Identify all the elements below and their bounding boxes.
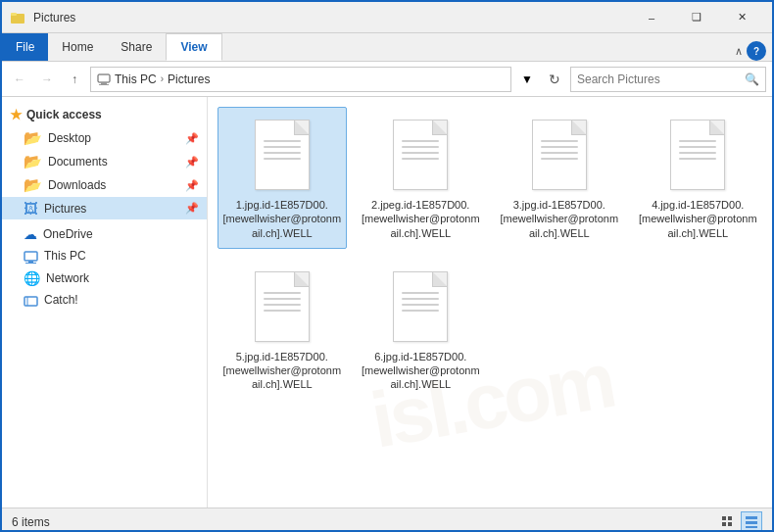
maximize-button[interactable]: ❑ <box>674 2 719 33</box>
file-item[interactable]: 6.jpg.id-1E857D00.[mewellwisher@protonma… <box>357 259 486 401</box>
file-line <box>679 140 716 142</box>
file-name: 3.jpg.id-1E857D00.[mewellwisher@protonma… <box>500 198 619 240</box>
sidebar-thispc-label: This PC <box>44 249 86 263</box>
pin-icon: 📌 <box>185 132 199 145</box>
sidebar-downloads-label: Downloads <box>48 178 106 192</box>
file-icon-wrapper <box>389 116 452 194</box>
file-name: 2.jpeg.id-1E857D00.[mewellwisher@protonm… <box>362 198 481 240</box>
file-icon-wrapper <box>389 267 452 346</box>
window-title: Pictures <box>33 11 629 24</box>
file-line <box>541 146 578 148</box>
svg-rect-3 <box>101 82 107 84</box>
file-item[interactable]: 5.jpg.id-1E857D00.[mewellwisher@protonma… <box>218 259 347 401</box>
file-name: 4.jpg.id-1E857D00.[mewellwisher@protonma… <box>639 198 758 240</box>
sidebar-quick-access[interactable]: ★ Quick access <box>2 103 207 126</box>
file-line <box>679 146 716 148</box>
back-button[interactable]: ← <box>8 68 31 91</box>
sidebar-item-thispc[interactable]: This PC <box>2 245 207 267</box>
refresh-button[interactable]: ↻ <box>543 68 566 91</box>
up-button[interactable]: ↑ <box>63 68 86 91</box>
tab-view[interactable]: View <box>166 33 221 61</box>
sidebar-item-catch[interactable]: Catch! <box>2 289 207 312</box>
item-count: 6 items <box>12 515 50 529</box>
sidebar: ★ Quick access 📂 Desktop 📌 📂 Documents 📌… <box>2 97 208 508</box>
tab-home[interactable]: Home <box>48 33 107 61</box>
file-line <box>264 310 301 312</box>
tab-file[interactable]: File <box>2 33 48 61</box>
svg-rect-11 <box>728 516 732 520</box>
list-view-button[interactable] <box>717 511 739 533</box>
file-item[interactable]: 1.jpg.id-1E857D00.[mewellwisher@protonma… <box>218 107 347 249</box>
file-line <box>264 152 301 154</box>
svg-rect-14 <box>746 516 757 519</box>
path-chevron-1: › <box>161 73 164 84</box>
file-line <box>264 304 301 306</box>
forward-button[interactable]: → <box>35 68 59 91</box>
sidebar-item-network[interactable]: 🌐 Network <box>2 267 207 289</box>
search-box[interactable]: 🔍 <box>570 67 766 92</box>
file-line <box>264 140 301 142</box>
file-line <box>541 140 578 142</box>
svg-rect-12 <box>722 522 726 526</box>
quick-access-label: Quick access <box>26 108 102 121</box>
file-lines <box>264 292 301 315</box>
path-pictures[interactable]: Pictures <box>168 73 210 86</box>
sidebar-item-pictures[interactable]: 🖼 Pictures 📌 <box>2 197 207 219</box>
svg-rect-2 <box>98 74 110 82</box>
search-input[interactable] <box>577 73 741 86</box>
app-icon <box>10 10 25 25</box>
file-item[interactable]: 4.jpg.id-1E857D00.[mewellwisher@protonma… <box>634 107 763 249</box>
file-line <box>402 298 439 300</box>
detail-view-button[interactable] <box>741 511 762 533</box>
file-name: 5.jpg.id-1E857D00.[mewellwisher@protonma… <box>222 350 342 392</box>
svg-rect-1 <box>11 13 17 16</box>
help-button[interactable]: ? <box>747 41 766 61</box>
file-line <box>264 298 301 300</box>
title-bar-app-icons <box>10 10 25 25</box>
file-page-icon <box>532 120 587 190</box>
file-lines <box>264 140 301 164</box>
svg-rect-6 <box>28 261 33 263</box>
file-item[interactable]: 2.jpeg.id-1E857D00.[mewellwisher@protonm… <box>357 107 486 249</box>
sidebar-item-desktop[interactable]: 📂 Desktop 📌 <box>2 126 207 150</box>
folder-icon: 📂 <box>24 176 42 194</box>
search-icon: 🔍 <box>745 73 759 86</box>
file-lines <box>541 140 578 164</box>
main-layout: ★ Quick access 📂 Desktop 📌 📂 Documents 📌… <box>2 97 772 508</box>
file-line <box>402 158 439 160</box>
sidebar-network-label: Network <box>46 271 89 285</box>
folder-icon: 📂 <box>24 129 42 147</box>
svg-rect-8 <box>24 297 37 306</box>
file-line <box>402 146 439 148</box>
file-page-icon <box>670 120 725 190</box>
file-line <box>264 158 301 160</box>
folder-icon: 📂 <box>24 153 42 170</box>
sidebar-item-downloads[interactable]: 📂 Downloads 📌 <box>2 173 207 197</box>
path-thispc[interactable]: This PC <box>115 73 157 86</box>
address-path[interactable]: This PC › Pictures <box>90 67 511 92</box>
sidebar-item-onedrive[interactable]: ☁ OneDrive <box>2 223 207 245</box>
tab-share[interactable]: Share <box>107 33 166 61</box>
file-line <box>402 140 439 142</box>
svg-rect-7 <box>25 263 36 264</box>
dropdown-button[interactable]: ▼ <box>515 68 539 91</box>
svg-rect-5 <box>24 252 37 261</box>
file-name: 1.jpg.id-1E857D00.[mewellwisher@protonma… <box>222 198 342 240</box>
computer-icon <box>24 248 38 265</box>
folder-icon: 🖼 <box>24 200 38 217</box>
content-area: 1.jpg.id-1E857D00.[mewellwisher@protonma… <box>208 97 772 508</box>
close-button[interactable]: ✕ <box>719 2 764 33</box>
sidebar-item-documents[interactable]: 📂 Documents 📌 <box>2 150 207 173</box>
file-lines <box>679 140 716 164</box>
minimize-button[interactable]: – <box>629 2 674 33</box>
sidebar-pictures-label: Pictures <box>44 202 86 216</box>
file-lines <box>402 140 439 164</box>
sidebar-onedrive-label: OneDrive <box>43 227 93 241</box>
file-page-icon <box>393 120 448 190</box>
ribbon-collapse-icon[interactable]: ∧ <box>731 43 747 59</box>
file-page-icon <box>393 271 448 342</box>
file-item[interactable]: 3.jpg.id-1E857D00.[mewellwisher@protonma… <box>495 107 624 249</box>
file-line <box>264 292 301 294</box>
status-bar: 6 items <box>2 508 772 532</box>
title-bar: Pictures – ❑ ✕ <box>2 2 772 33</box>
